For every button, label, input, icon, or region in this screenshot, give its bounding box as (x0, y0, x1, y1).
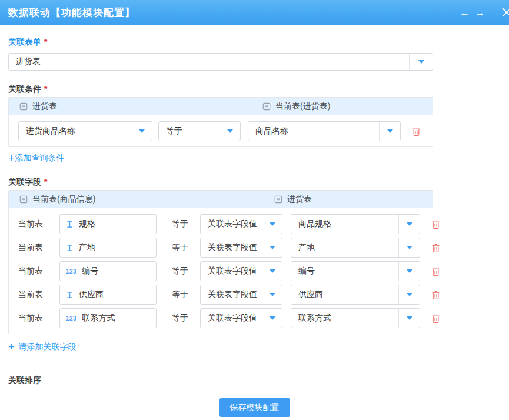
target-field-select[interactable]: 产地 (291, 238, 420, 258)
chevron-down-icon (270, 316, 275, 320)
arrow-left-icon[interactable]: ← (460, 8, 470, 18)
value-type-select[interactable]: 关联表字段值 (200, 261, 282, 281)
field-mapping-row: 当前表 123 编号 等于 关联表字段值 编号 (18, 261, 423, 281)
conditions-label: 关联条件* (8, 84, 441, 94)
current-table-label: 当前表 (18, 219, 59, 229)
value-type-select[interactable]: 关联表字段值 (200, 285, 282, 305)
operator-label: 等于 (172, 242, 188, 253)
chevron-down-icon (139, 129, 145, 133)
chevron-down-icon (387, 129, 393, 133)
current-table-label: 当前表 (18, 313, 59, 324)
condition-operator-select[interactable]: 等于 (158, 121, 241, 141)
field-select[interactable]: 123 联系方式 (59, 308, 157, 328)
resize-arrows[interactable]: ← → (460, 8, 485, 18)
delete-row-icon[interactable] (431, 314, 440, 324)
value-type-select[interactable]: 关联表字段值 (200, 238, 282, 258)
dropdown-caret[interactable] (262, 309, 282, 328)
chevron-down-icon (270, 269, 275, 273)
dropdown-caret[interactable] (262, 285, 282, 304)
form-icon (274, 195, 282, 204)
field-select[interactable]: 产地 (59, 238, 157, 258)
number-field-icon: 123 (66, 268, 76, 275)
target-field-select[interactable]: 供应商 (291, 285, 420, 305)
operator-label: 等于 (172, 313, 188, 324)
fields-panel: 当前表(商品信息) 进货表 当前表 (8, 190, 433, 334)
plus-icon: + (8, 154, 15, 162)
condition-row: 进货商品名称 等于 商品名称 (18, 121, 423, 141)
chevron-down-icon (407, 293, 412, 296)
field-select[interactable]: 供应商 (59, 285, 157, 305)
chevron-down-icon (270, 246, 275, 249)
save-module-config-button[interactable]: 保存模块配置 (219, 398, 290, 417)
chevron-down-icon (270, 293, 275, 296)
plus-icon: + (8, 343, 15, 351)
related-form-value: 进货表 (9, 54, 409, 70)
form-icon (262, 102, 271, 111)
related-form-select[interactable]: 进货表 (8, 53, 433, 71)
dropdown-caret[interactable] (131, 122, 152, 141)
number-field-icon: 123 (66, 315, 76, 322)
left-table-name: 进货表 (32, 101, 57, 112)
dropdown-caret[interactable] (219, 122, 240, 141)
left-table-name: 当前表(商品信息) (32, 194, 95, 205)
dropdown-caret[interactable] (398, 285, 420, 304)
dropdown-caret[interactable] (398, 238, 420, 257)
conditions-panel: 进货表 当前表(进货表) 进货商品名称 (8, 97, 433, 147)
current-table-label: 当前表 (18, 242, 59, 253)
value-type-select[interactable]: 关联表字段值 (200, 308, 282, 328)
dropdown-caret[interactable] (398, 262, 420, 281)
text-field-icon (66, 221, 74, 228)
fields-panel-header: 当前表(商品信息) 进货表 (9, 191, 433, 208)
add-field-mapping-link[interactable]: + 请添加关联字段 (8, 342, 76, 352)
dropdown-caret[interactable] (409, 54, 433, 70)
right-table-header: 进货表 (274, 194, 312, 205)
arrow-right-icon[interactable]: → (475, 8, 485, 18)
value-type-select[interactable]: 关联表字段值 (200, 214, 282, 234)
delete-row-icon[interactable] (431, 290, 440, 300)
target-field-select[interactable]: 编号 (291, 261, 420, 281)
data-linkage-config-dialog: 数据联动【功能模块配置】 ← → 关联表单* 进货表 关联条件* (0, 0, 509, 420)
condition-target-select[interactable]: 商品名称 (248, 121, 401, 141)
target-field-select[interactable]: 联系方式 (291, 308, 420, 328)
field-name: 规格 (79, 219, 95, 229)
dropdown-caret[interactable] (398, 215, 420, 234)
left-table-header: 当前表(商品信息) (19, 194, 95, 205)
dropdown-caret[interactable] (398, 309, 420, 328)
target-field-select[interactable]: 商品规格 (291, 214, 420, 234)
required-asterisk: * (44, 37, 47, 46)
current-table-label: 当前表 (18, 266, 59, 276)
text-field-icon (66, 291, 74, 299)
delete-row-icon[interactable] (431, 219, 440, 229)
dropdown-caret[interactable] (262, 262, 282, 281)
related-form-label: 关联表单* (8, 36, 441, 47)
field-name: 编号 (82, 266, 98, 276)
field-mapping-rows: 当前表 规格 等于 关联表字段值 (9, 208, 433, 334)
condition-field-select[interactable]: 进货商品名称 (18, 121, 152, 141)
field-select[interactable]: 规格 (59, 214, 157, 234)
add-condition-link[interactable]: + 添加查询条件 (8, 153, 65, 164)
right-table-name: 当前表(进货表) (275, 101, 330, 112)
chevron-down-icon (407, 246, 412, 249)
dropdown-caret[interactable] (262, 215, 282, 234)
form-icon (19, 102, 28, 111)
dropdown-caret[interactable] (379, 122, 400, 141)
field-mapping-row: 当前表 规格 等于 关联表字段值 (18, 214, 423, 234)
delete-row-icon[interactable] (431, 243, 440, 253)
chevron-down-icon (407, 316, 412, 320)
field-mapping-row: 当前表 供应商 等于 关联表字段值 (18, 285, 423, 305)
dropdown-caret[interactable] (262, 238, 282, 257)
field-select[interactable]: 123 编号 (59, 261, 157, 281)
required-asterisk: * (44, 177, 47, 186)
operator-label: 等于 (172, 219, 188, 229)
delete-condition-icon[interactable] (412, 126, 421, 136)
chevron-down-icon (407, 222, 412, 226)
close-icon[interactable] (500, 6, 509, 19)
field-mapping-row: 当前表 123 联系方式 等于 关联表字段值 联系方式 (18, 308, 423, 328)
operator-label: 等于 (172, 289, 188, 300)
field-mapping-row: 当前表 产地 等于 关联表字段值 (18, 238, 423, 258)
dialog-title: 数据联动【功能模块配置】 (8, 6, 460, 19)
form-icon (19, 195, 28, 204)
right-table-header: 当前表(进货表) (262, 101, 330, 112)
delete-row-icon[interactable] (431, 266, 440, 276)
right-table-name: 进货表 (287, 194, 312, 205)
